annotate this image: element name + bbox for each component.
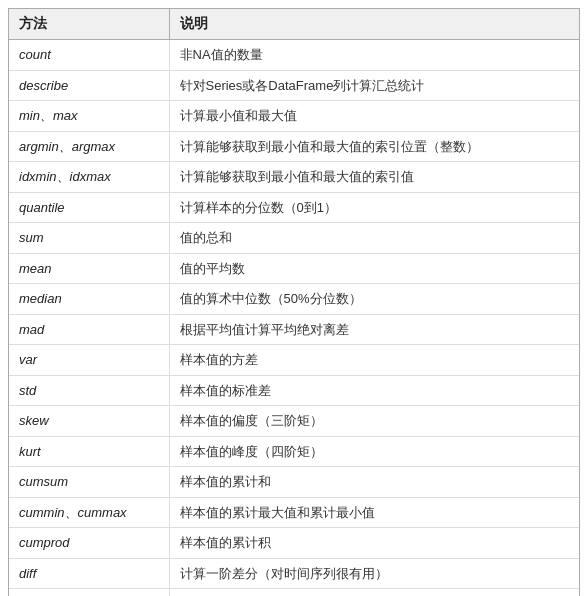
method-cell: cumprod xyxy=(9,528,169,559)
header-method: 方法 xyxy=(9,9,169,40)
method-cell: count xyxy=(9,40,169,71)
method-cell: skew xyxy=(9,406,169,437)
method-cell: quantile xyxy=(9,192,169,223)
method-cell: var xyxy=(9,345,169,376)
table-header-row: 方法 说明 xyxy=(9,9,579,40)
description-cell: 计算样本的分位数（0到1） xyxy=(169,192,579,223)
description-cell: 值的算术中位数（50%分位数） xyxy=(169,284,579,315)
method-cell: median xyxy=(9,284,169,315)
table-row: std样本值的标准差 xyxy=(9,375,579,406)
description-cell: 计算最小值和最大值 xyxy=(169,101,579,132)
description-cell: 样本值的偏度（三阶矩） xyxy=(169,406,579,437)
table-row: cumsum样本值的累计和 xyxy=(9,467,579,498)
methods-table-container: 方法 说明 count非NA值的数量describe针对Series或各Data… xyxy=(8,8,580,596)
table-row: quantile计算样本的分位数（0到1） xyxy=(9,192,579,223)
method-cell: pct_change xyxy=(9,589,169,597)
description-cell: 值的平均数 xyxy=(169,253,579,284)
method-cell: cumsum xyxy=(9,467,169,498)
method-cell: kurt xyxy=(9,436,169,467)
table-row: skew样本值的偏度（三阶矩） xyxy=(9,406,579,437)
description-cell: 样本值的累计和 xyxy=(169,467,579,498)
description-cell: 计算百分数变化 xyxy=(169,589,579,597)
table-row: pct_change计算百分数变化 xyxy=(9,589,579,597)
description-cell: 计算能够获取到最小值和最大值的索引值 xyxy=(169,162,579,193)
description-cell: 计算一阶差分（对时间序列很有用） xyxy=(169,558,579,589)
table-row: argmin、argmax计算能够获取到最小值和最大值的索引位置（整数） xyxy=(9,131,579,162)
table-row: min、max计算最小值和最大值 xyxy=(9,101,579,132)
table-row: kurt样本值的峰度（四阶矩） xyxy=(9,436,579,467)
description-cell: 针对Series或各DataFrame列计算汇总统计 xyxy=(169,70,579,101)
description-cell: 样本值的标准差 xyxy=(169,375,579,406)
description-cell: 非NA值的数量 xyxy=(169,40,579,71)
table-row: diff计算一阶差分（对时间序列很有用） xyxy=(9,558,579,589)
description-cell: 样本值的方差 xyxy=(169,345,579,376)
description-cell: 样本值的峰度（四阶矩） xyxy=(169,436,579,467)
methods-table: 方法 说明 count非NA值的数量describe针对Series或各Data… xyxy=(9,9,579,596)
method-cell: min、max xyxy=(9,101,169,132)
description-cell: 根据平均值计算平均绝对离差 xyxy=(169,314,579,345)
table-row: cummin、cummax样本值的累计最大值和累计最小值 xyxy=(9,497,579,528)
method-cell: cummin、cummax xyxy=(9,497,169,528)
method-cell: mean xyxy=(9,253,169,284)
table-row: count非NA值的数量 xyxy=(9,40,579,71)
table-row: mean值的平均数 xyxy=(9,253,579,284)
method-cell: std xyxy=(9,375,169,406)
method-cell: argmin、argmax xyxy=(9,131,169,162)
description-cell: 值的总和 xyxy=(169,223,579,254)
method-cell: diff xyxy=(9,558,169,589)
method-cell: sum xyxy=(9,223,169,254)
method-cell: idxmin、idxmax xyxy=(9,162,169,193)
method-cell: mad xyxy=(9,314,169,345)
table-row: mad根据平均值计算平均绝对离差 xyxy=(9,314,579,345)
description-cell: 样本值的累计积 xyxy=(169,528,579,559)
description-cell: 样本值的累计最大值和累计最小值 xyxy=(169,497,579,528)
table-row: cumprod样本值的累计积 xyxy=(9,528,579,559)
description-cell: 计算能够获取到最小值和最大值的索引位置（整数） xyxy=(169,131,579,162)
method-cell: describe xyxy=(9,70,169,101)
table-row: describe针对Series或各DataFrame列计算汇总统计 xyxy=(9,70,579,101)
table-row: median值的算术中位数（50%分位数） xyxy=(9,284,579,315)
header-description: 说明 xyxy=(169,9,579,40)
table-row: sum值的总和 xyxy=(9,223,579,254)
table-row: var样本值的方差 xyxy=(9,345,579,376)
table-row: idxmin、idxmax计算能够获取到最小值和最大值的索引值 xyxy=(9,162,579,193)
